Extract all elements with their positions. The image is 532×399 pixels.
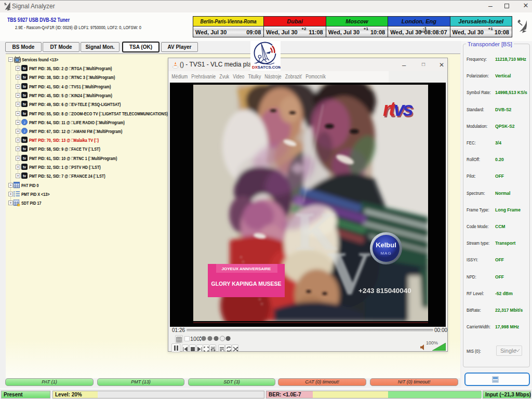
svg-text:DXSATCS.COM: DXSATCS.COM (252, 65, 281, 70)
